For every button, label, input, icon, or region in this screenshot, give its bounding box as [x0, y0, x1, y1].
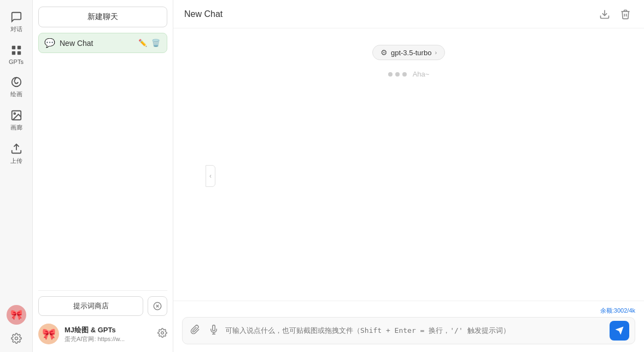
sidebar-item-paint-label: 绘画 — [10, 90, 22, 98]
user-sub: 蛋壳AI官网: https://w... — [65, 335, 152, 343]
download-button[interactable] — [597, 7, 612, 22]
model-selector-row: ⚙ gpt-3.5-turbo › — [195, 45, 622, 60]
loading-dots: Aha~ — [388, 70, 430, 78]
svg-rect-2 — [11, 51, 15, 55]
svg-point-6 — [14, 113, 15, 114]
loading-row: Aha~ — [195, 70, 622, 78]
dot-3 — [402, 72, 407, 77]
user-profile-avatar[interactable]: 🎀 — [38, 324, 59, 344]
chat-item-actions: ✏️ 🗑️ — [137, 38, 161, 48]
chat-list: 💬 New Chat ✏️ 🗑️ — [38, 33, 167, 290]
microphone-button[interactable] — [207, 322, 221, 339]
loading-text: Aha~ — [413, 70, 430, 78]
header-actions — [597, 7, 633, 22]
icon-sidebar: 对话 GPTs 绘画 画廊 上传 � — [0, 0, 33, 352]
input-row — [182, 317, 635, 344]
user-profile: 🎀 MJ绘图 & GPTs 蛋壳AI官网: https://w... — [38, 321, 167, 347]
token-count-value: 余额:3002/4k — [600, 307, 635, 314]
sidebar-item-upload[interactable]: 上传 — [0, 137, 32, 171]
prompt-store-button[interactable]: 提示词商店 — [38, 296, 143, 316]
sidebar-item-chat-label: 对话 — [10, 25, 22, 33]
sidebar-footer: 提示词商店 🎀 MJ绘图 & GPTs 蛋壳AI官网: https://w... — [38, 290, 167, 347]
svg-rect-0 — [11, 46, 15, 49]
main-header: New Chat — [173, 0, 644, 28]
model-name: gpt-3.5-turbo — [391, 49, 431, 57]
delete-chat-button[interactable]: 🗑️ — [150, 38, 161, 48]
model-icon: ⚙ — [380, 48, 388, 57]
edit-chat-button[interactable]: ✏️ — [137, 38, 148, 48]
user-avatar-icon[interactable]: 🎀 — [7, 305, 26, 325]
chat-sidebar: 新建聊天 💬 New Chat ✏️ 🗑️ 提示词商店 🎀 — [33, 0, 173, 352]
settings-icon[interactable] — [8, 330, 25, 347]
dot-2 — [395, 72, 400, 77]
sidebar-item-chat[interactable]: 对话 — [0, 5, 32, 39]
main-area: New Chat ⚙ — [173, 0, 644, 352]
svg-point-8 — [15, 337, 17, 340]
sidebar-item-gpts-label: GPTs — [9, 58, 24, 65]
svg-point-4 — [11, 78, 21, 87]
delete-button[interactable] — [618, 7, 633, 22]
user-name: MJ绘图 & GPTs — [65, 325, 152, 335]
svg-rect-3 — [17, 51, 20, 55]
sidebar-item-gallery-label: 画廊 — [10, 124, 22, 132]
user-info: MJ绘图 & GPTs 蛋壳AI官网: https://w... — [65, 325, 152, 343]
chat-bubble-icon: 💬 — [44, 38, 55, 48]
user-settings-button[interactable] — [157, 328, 167, 340]
chat-messages: ⚙ gpt-3.5-turbo › Aha~ — [173, 28, 644, 301]
clear-button[interactable] — [148, 296, 167, 316]
prompt-store-row: 提示词商店 — [38, 296, 167, 316]
chat-item-label: New Chat — [60, 39, 133, 48]
attach-button[interactable] — [188, 322, 202, 339]
model-selector[interactable]: ⚙ gpt-3.5-turbo › — [372, 45, 445, 60]
sidebar-item-gallery[interactable]: 画廊 — [0, 104, 32, 137]
token-count: 余额:3002/4k — [182, 307, 635, 315]
chat-input[interactable] — [225, 324, 605, 337]
collapse-sidebar-button[interactable]: ‹ — [206, 165, 215, 187]
input-area: 余额:3002/4k — [173, 301, 644, 352]
sidebar-item-paint[interactable]: 绘画 — [0, 71, 32, 104]
sidebar-item-gpts[interactable]: GPTs — [0, 39, 32, 71]
chevron-right-icon: › — [435, 49, 437, 56]
dot-1 — [388, 72, 393, 77]
svg-point-12 — [161, 332, 164, 335]
sidebar-item-upload-label: 上传 — [10, 157, 22, 165]
page-title: New Chat — [184, 9, 597, 19]
send-button[interactable] — [610, 321, 629, 341]
new-chat-button[interactable]: 新建聊天 — [38, 7, 167, 27]
chat-item[interactable]: 💬 New Chat ✏️ 🗑️ — [38, 33, 167, 53]
svg-rect-1 — [17, 46, 20, 49]
